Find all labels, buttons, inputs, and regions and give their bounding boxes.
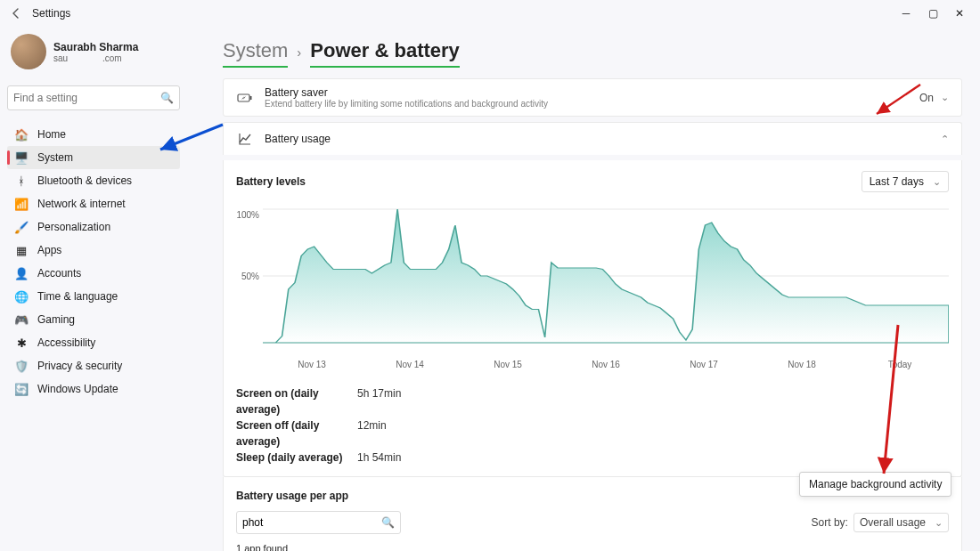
nav-icon: 🛡️ [14,359,29,373]
sidebar-item-time-language[interactable]: 🌐Time & language [7,285,180,308]
sleep-value: 1h 54min [357,450,401,466]
sidebar-item-network-internet[interactable]: 📶Network & internet [7,192,180,215]
sidebar-item-system[interactable]: 🖥️System [7,146,180,169]
chevron-down-icon: ⌄ [935,517,943,529]
time-range-select[interactable]: Last 7 days ⌄ [862,171,949,192]
nav-label: Apps [37,244,61,256]
user-block[interactable]: Saurabh Sharma sau .com [7,27,180,80]
minimize-button[interactable]: ─ [893,0,919,27]
nav-icon: 👤 [14,266,29,280]
nav-icon: 🌐 [14,289,29,304]
sidebar-item-apps[interactable]: ▦Apps [7,239,180,262]
nav-label: Accessibility [37,336,95,349]
xtick: Nov 18 [753,360,851,369]
nav-label: Bluetooth & devices [37,174,132,187]
nav-label: Home [37,128,66,141]
xtick: Nov 15 [459,360,557,369]
xtick: Nov 13 [263,360,361,369]
sidebar-item-windows-update[interactable]: 🔄Windows Update [7,377,180,401]
app-result-count: 1 app found [236,543,949,551]
battery-chart [263,205,949,356]
sidebar-item-home[interactable]: 🏠Home [7,123,180,146]
avatar [11,34,46,69]
app-search[interactable]: 🔍 [236,511,401,534]
ytick-50: 50% [241,271,259,281]
user-email: sau .com [53,53,138,63]
chevron-down-icon[interactable]: ⌄ [941,92,949,103]
back-button[interactable] [7,4,25,22]
breadcrumb: System › Power & battery [223,27,962,68]
nav-label: Privacy & security [37,360,122,372]
battery-levels-panel: Battery levels Last 7 days ⌄ 100% 50% No… [223,160,962,477]
battery-levels-title: Battery levels [236,175,306,188]
svg-rect-1 [250,96,252,100]
battery-saver-status: On [919,92,934,104]
search-icon: 🔍 [160,92,174,104]
maximize-button[interactable]: ▢ [919,0,946,27]
sidebar-item-bluetooth-devices[interactable]: ᚼBluetooth & devices [7,169,180,192]
search-field[interactable]: 🔍 [7,85,180,110]
time-range-value: Last 7 days [870,175,924,188]
chevron-up-icon[interactable]: ⌃ [941,134,949,145]
nav-icon: 📶 [14,197,29,211]
chart-y-axis: 100% 50% [236,205,263,338]
nav-label: Network & internet [37,198,126,210]
xtick: Nov 14 [361,360,459,369]
nav-icon: ✱ [14,336,29,350]
sidebar: Saurabh Sharma sau .com 🔍 🏠Home🖥️Systemᚼ… [0,27,187,551]
search-icon: 🔍 [381,516,395,529]
nav-icon: 🔄 [14,382,29,396]
sleep-label: Sleep (daily average) [236,450,343,466]
manage-background-tooltip: Manage background activity [799,472,951,497]
screen-off-label: Screen off (daily average) [236,417,343,450]
nav-icon: 🎮 [14,312,29,327]
nav-icon: ᚼ [14,174,29,188]
ytick-100: 100% [236,210,259,220]
battery-usage-header[interactable]: Battery usage ⌃ [223,122,962,155]
nav-icon: 🖥️ [14,150,29,165]
xtick: Nov 16 [557,360,655,369]
breadcrumb-current: Power & battery [310,39,460,62]
nav-icon: 🖌️ [14,220,29,234]
sidebar-item-accessibility[interactable]: ✱Accessibility [7,331,180,354]
screen-off-value: 12min [357,417,387,450]
battery-saver-card[interactable]: Battery saver Extend battery life by lim… [223,78,962,117]
nav-label: Windows Update [37,383,118,395]
nav-label: Accounts [37,267,81,280]
nav-label: System [37,151,73,164]
screen-on-label: Screen on (daily average) [236,385,343,417]
battery-saver-subtitle: Extend battery life by limiting some not… [265,99,548,109]
nav-list: 🏠Home🖥️SystemᚼBluetooth & devices📶Networ… [7,123,180,401]
nav-icon: 🏠 [14,127,29,142]
battery-usage-title: Battery usage [265,133,331,145]
window-titlebar: Settings ─ ▢ ✕ [0,0,980,27]
search-input[interactable] [13,92,160,104]
window-title: Settings [32,7,70,20]
sort-select[interactable]: Overall usage ⌄ [853,513,949,532]
xtick: Today [851,360,949,369]
close-button[interactable]: ✕ [946,0,973,27]
xtick: Nov 17 [655,360,753,369]
user-name: Saurabh Sharma [53,41,138,53]
sort-label: Sort by: [812,516,848,529]
screen-on-value: 5h 17min [357,385,401,417]
chart-x-axis: Nov 13Nov 14Nov 15Nov 16Nov 17Nov 18Toda… [263,360,949,369]
nav-icon: ▦ [14,243,29,257]
breadcrumb-parent[interactable]: System [223,39,288,62]
battery-saver-title: Battery saver [265,86,548,99]
chevron-down-icon: ⌄ [933,176,941,188]
sidebar-item-gaming[interactable]: 🎮Gaming [7,308,180,331]
app-search-input[interactable] [242,516,381,529]
sidebar-item-privacy-security[interactable]: 🛡️Privacy & security [7,354,180,377]
nav-label: Personalization [37,221,110,233]
sidebar-item-personalization[interactable]: 🖌️Personalization [7,215,180,239]
chevron-right-icon: › [297,45,301,60]
nav-label: Time & language [37,290,118,303]
sidebar-item-accounts[interactable]: 👤Accounts [7,262,180,285]
battery-saver-icon [236,89,254,107]
sort-value: Overall usage [860,516,926,529]
chart-icon [236,130,254,148]
nav-label: Gaming [37,313,75,326]
battery-stats: Screen on (daily average) 5h 17min Scree… [236,385,949,466]
